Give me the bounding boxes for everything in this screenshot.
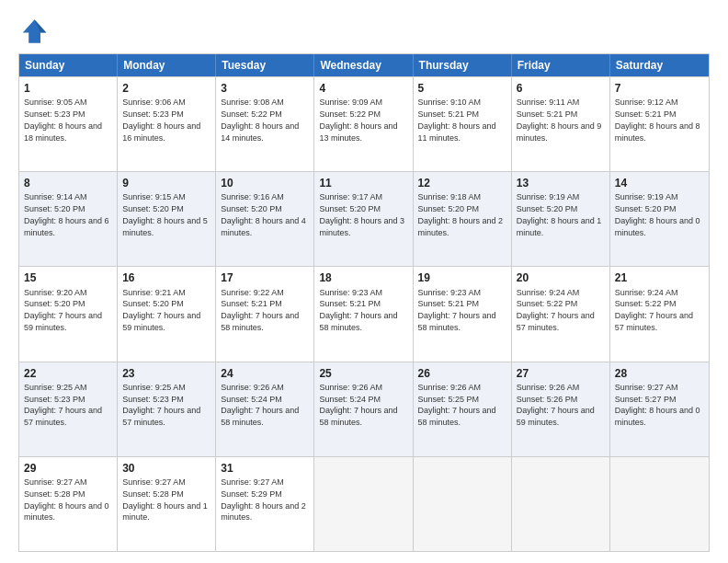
calendar-cell: 16Sunrise: 9:21 AMSunset: 5:20 PMDayligh…: [118, 267, 216, 361]
calendar-cell: 4Sunrise: 9:09 AMSunset: 5:22 PMDaylight…: [314, 77, 413, 171]
day-number: 14: [615, 176, 704, 190]
header-day-sunday: Sunday: [19, 54, 118, 76]
day-number: 4: [319, 81, 407, 96]
cell-info: Sunrise: 9:05 AMSunset: 5:23 PMDaylight:…: [24, 98, 102, 142]
calendar-cell: 8Sunrise: 9:14 AMSunset: 5:20 PMDaylight…: [19, 172, 118, 266]
cell-info: Sunrise: 9:10 AMSunset: 5:21 PMDaylight:…: [418, 98, 496, 142]
calendar-cell: 13Sunrise: 9:19 AMSunset: 5:20 PMDayligh…: [512, 172, 610, 266]
calendar-cell: 20Sunrise: 9:24 AMSunset: 5:22 PMDayligh…: [512, 267, 610, 361]
calendar-cell: 19Sunrise: 9:23 AMSunset: 5:21 PMDayligh…: [414, 267, 512, 361]
day-number: 25: [319, 366, 407, 381]
cell-info: Sunrise: 9:23 AMSunset: 5:21 PMDaylight:…: [418, 288, 496, 332]
cell-info: Sunrise: 9:24 AMSunset: 5:22 PMDaylight:…: [615, 288, 693, 332]
day-number: 7: [615, 81, 704, 96]
day-number: 5: [418, 81, 506, 96]
day-number: 10: [221, 176, 309, 190]
day-number: 27: [517, 366, 605, 381]
calendar-cell: 22Sunrise: 9:25 AMSunset: 5:23 PMDayligh…: [19, 362, 118, 456]
calendar-cell: 15Sunrise: 9:20 AMSunset: 5:20 PMDayligh…: [19, 267, 118, 361]
cell-info: Sunrise: 9:06 AMSunset: 5:23 PMDaylight:…: [122, 98, 200, 142]
calendar-header: SundayMondayTuesdayWednesdayThursdayFrid…: [19, 54, 709, 76]
day-number: 16: [122, 270, 210, 285]
calendar-cell: 25Sunrise: 9:26 AMSunset: 5:24 PMDayligh…: [314, 362, 413, 456]
header: [18, 17, 710, 46]
day-number: 26: [418, 366, 506, 381]
calendar-cell: 14Sunrise: 9:19 AMSunset: 5:20 PMDayligh…: [610, 172, 709, 266]
cell-info: Sunrise: 9:14 AMSunset: 5:20 PMDaylight:…: [24, 192, 109, 236]
calendar-cell: 10Sunrise: 9:16 AMSunset: 5:20 PMDayligh…: [216, 172, 314, 266]
calendar-cell: 18Sunrise: 9:23 AMSunset: 5:21 PMDayligh…: [314, 267, 413, 361]
day-number: 13: [517, 176, 605, 190]
cell-info: Sunrise: 9:19 AMSunset: 5:20 PMDaylight:…: [517, 192, 602, 236]
calendar-cell: 2Sunrise: 9:06 AMSunset: 5:23 PMDaylight…: [118, 77, 216, 171]
cell-info: Sunrise: 9:24 AMSunset: 5:22 PMDaylight:…: [517, 288, 595, 332]
cell-info: Sunrise: 9:27 AMSunset: 5:28 PMDaylight:…: [122, 477, 208, 522]
calendar-cell: 26Sunrise: 9:26 AMSunset: 5:25 PMDayligh…: [414, 362, 512, 456]
header-day-thursday: Thursday: [414, 54, 512, 76]
header-day-tuesday: Tuesday: [216, 54, 314, 76]
calendar-cell: [610, 457, 709, 551]
calendar-cell: 1Sunrise: 9:05 AMSunset: 5:23 PMDaylight…: [19, 77, 118, 171]
day-number: 28: [615, 366, 704, 381]
calendar-cell: 5Sunrise: 9:10 AMSunset: 5:21 PMDaylight…: [414, 77, 512, 171]
header-day-saturday: Saturday: [610, 54, 709, 76]
calendar-cell: [314, 457, 413, 551]
calendar-cell: 31Sunrise: 9:27 AMSunset: 5:29 PMDayligh…: [216, 457, 314, 551]
calendar-cell: 21Sunrise: 9:24 AMSunset: 5:22 PMDayligh…: [610, 267, 709, 361]
calendar-cell: 30Sunrise: 9:27 AMSunset: 5:28 PMDayligh…: [118, 457, 216, 551]
calendar-row-0: 1Sunrise: 9:05 AMSunset: 5:23 PMDaylight…: [19, 76, 709, 171]
calendar-row-2: 15Sunrise: 9:20 AMSunset: 5:20 PMDayligh…: [19, 266, 709, 361]
calendar-cell: 9Sunrise: 9:15 AMSunset: 5:20 PMDaylight…: [118, 172, 216, 266]
day-number: 18: [319, 270, 407, 285]
cell-info: Sunrise: 9:27 AMSunset: 5:27 PMDaylight:…: [615, 383, 700, 427]
day-number: 21: [615, 270, 704, 285]
cell-info: Sunrise: 9:16 AMSunset: 5:20 PMDaylight:…: [221, 192, 306, 236]
calendar-cell: 27Sunrise: 9:26 AMSunset: 5:26 PMDayligh…: [512, 362, 610, 456]
cell-info: Sunrise: 9:26 AMSunset: 5:26 PMDaylight:…: [517, 383, 595, 427]
cell-info: Sunrise: 9:25 AMSunset: 5:23 PMDaylight:…: [24, 383, 102, 427]
cell-info: Sunrise: 9:23 AMSunset: 5:21 PMDaylight:…: [319, 288, 397, 332]
calendar-cell: 28Sunrise: 9:27 AMSunset: 5:27 PMDayligh…: [610, 362, 709, 456]
calendar-cell: 3Sunrise: 9:08 AMSunset: 5:22 PMDaylight…: [216, 77, 314, 171]
day-number: 6: [517, 81, 605, 96]
cell-info: Sunrise: 9:17 AMSunset: 5:20 PMDaylight:…: [319, 192, 404, 236]
calendar-cell: 12Sunrise: 9:18 AMSunset: 5:20 PMDayligh…: [414, 172, 512, 266]
calendar-cell: [512, 457, 610, 551]
calendar-cell: 24Sunrise: 9:26 AMSunset: 5:24 PMDayligh…: [216, 362, 314, 456]
header-day-wednesday: Wednesday: [314, 54, 413, 76]
day-number: 23: [122, 366, 210, 381]
day-number: 31: [221, 461, 309, 476]
cell-info: Sunrise: 9:18 AMSunset: 5:20 PMDaylight:…: [418, 192, 504, 236]
calendar: SundayMondayTuesdayWednesdayThursdayFrid…: [18, 53, 710, 552]
calendar-row-1: 8Sunrise: 9:14 AMSunset: 5:20 PMDaylight…: [19, 171, 709, 266]
calendar-cell: 23Sunrise: 9:25 AMSunset: 5:23 PMDayligh…: [118, 362, 216, 456]
logo-icon: [18, 17, 48, 46]
day-number: 15: [24, 270, 112, 285]
day-number: 8: [24, 176, 112, 190]
day-number: 30: [122, 461, 210, 476]
header-day-friday: Friday: [512, 54, 610, 76]
day-number: 1: [24, 81, 112, 96]
calendar-cell: 6Sunrise: 9:11 AMSunset: 5:21 PMDaylight…: [512, 77, 610, 171]
day-number: 9: [122, 176, 210, 190]
cell-info: Sunrise: 9:22 AMSunset: 5:21 PMDaylight:…: [221, 288, 299, 332]
day-number: 22: [24, 366, 112, 381]
cell-info: Sunrise: 9:25 AMSunset: 5:23 PMDaylight:…: [122, 383, 200, 427]
day-number: 19: [418, 270, 506, 285]
calendar-cell: 7Sunrise: 9:12 AMSunset: 5:21 PMDaylight…: [610, 77, 709, 171]
cell-info: Sunrise: 9:12 AMSunset: 5:21 PMDaylight:…: [615, 98, 700, 142]
cell-info: Sunrise: 9:15 AMSunset: 5:20 PMDaylight:…: [122, 192, 208, 236]
day-number: 12: [418, 176, 506, 190]
calendar-row-4: 29Sunrise: 9:27 AMSunset: 5:28 PMDayligh…: [19, 456, 709, 551]
day-number: 2: [122, 81, 210, 96]
calendar-cell: 17Sunrise: 9:22 AMSunset: 5:21 PMDayligh…: [216, 267, 314, 361]
day-number: 24: [221, 366, 309, 381]
cell-info: Sunrise: 9:27 AMSunset: 5:29 PMDaylight:…: [221, 477, 306, 522]
cell-info: Sunrise: 9:26 AMSunset: 5:24 PMDaylight:…: [319, 383, 397, 427]
cell-info: Sunrise: 9:21 AMSunset: 5:20 PMDaylight:…: [122, 288, 200, 332]
calendar-cell: [414, 457, 512, 551]
calendar-body: 1Sunrise: 9:05 AMSunset: 5:23 PMDaylight…: [19, 76, 709, 551]
day-number: 11: [319, 176, 407, 190]
cell-info: Sunrise: 9:11 AMSunset: 5:21 PMDaylight:…: [517, 98, 602, 142]
calendar-cell: 11Sunrise: 9:17 AMSunset: 5:20 PMDayligh…: [314, 172, 413, 266]
